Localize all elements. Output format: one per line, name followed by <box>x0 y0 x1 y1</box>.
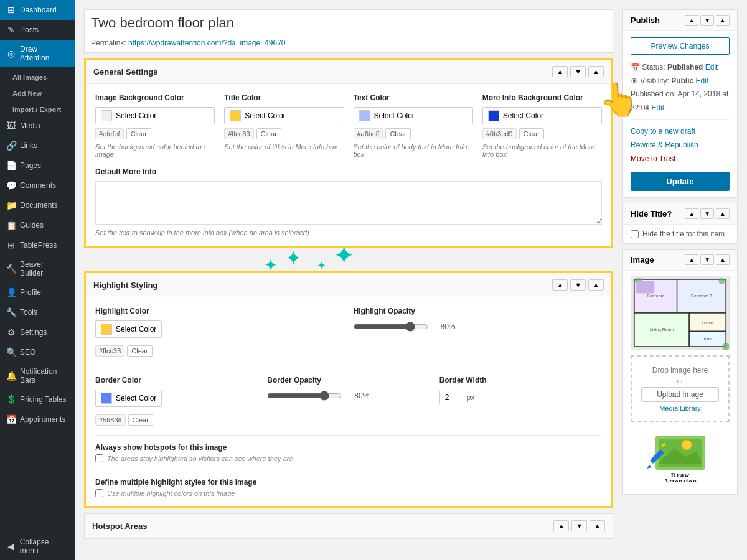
sidebar-item-dashboard[interactable]: ⊞ Dashboard <box>0 0 75 20</box>
copy-to-draft-link[interactable]: Copy to a new draft <box>631 125 730 139</box>
default-more-info-label: Default More Info <box>95 167 602 176</box>
hotspot-collapse-down[interactable]: ▼ <box>571 520 587 531</box>
more-info-bg-color-hex: #0b3ed9 <box>482 128 517 139</box>
highlight-color-clear[interactable]: Clear <box>127 345 152 357</box>
hotspot-collapse-up[interactable]: ▲ <box>553 520 569 531</box>
general-settings-collapse-down[interactable]: ▼ <box>570 66 586 77</box>
sidebar-item-guides[interactable]: 📋 Guides <box>0 215 75 235</box>
hide-title-expand[interactable]: ▲ <box>716 208 730 219</box>
publish-collapse-up[interactable]: ▲ <box>685 15 698 26</box>
sidebar-item-posts[interactable]: ✎ Posts <box>0 20 75 40</box>
preview-changes-button[interactable]: Preview Changes <box>631 37 730 55</box>
publish-status-edit[interactable]: Edit <box>705 63 718 72</box>
define-multiple-label: Define multiple highlight styles for thi… <box>95 478 602 487</box>
more-info-bg-color-select[interactable]: Select Color <box>482 107 602 124</box>
hide-title-checkbox[interactable] <box>631 230 639 238</box>
title-color-clear[interactable]: Clear <box>256 128 281 139</box>
hide-title-down[interactable]: ▼ <box>700 208 714 219</box>
image-bg-color-swatch <box>101 110 112 121</box>
publish-collapse-down[interactable]: ▼ <box>700 15 714 26</box>
more-info-bg-color-description: Set the background color of the More Inf… <box>482 143 602 158</box>
highlight-opacity-slider[interactable] <box>354 322 428 332</box>
text-color-clear[interactable]: Clear <box>385 128 410 139</box>
highlight-styling-panel: Highlight Styling ▲ ▼ ▲ Highlight Color <box>84 271 613 508</box>
sidebar-item-documents[interactable]: 📁 Documents <box>0 195 75 215</box>
publish-visibility-edit[interactable]: Edit <box>696 77 709 85</box>
border-width-input[interactable] <box>439 391 464 404</box>
sidebar-item-pages[interactable]: 📄 Pages <box>0 156 75 175</box>
highlight-expand[interactable]: ▲ <box>588 279 604 291</box>
sidebar-item-all-images[interactable]: All Images <box>0 67 75 83</box>
svg-text:Bedroom: Bedroom <box>647 294 664 299</box>
page-title-input[interactable] <box>85 10 613 36</box>
general-settings-collapse-up[interactable]: ▲ <box>552 66 568 77</box>
sidebar-item-draw-attention[interactable]: ◎ Draw Attention <box>0 40 75 67</box>
image-bg-color-field: Image Background Color Select Color #efe… <box>95 93 215 158</box>
highlight-collapse-up[interactable]: ▲ <box>552 279 568 291</box>
drop-zone[interactable]: Drop image here or Upload Image Media Li… <box>631 355 730 422</box>
highlight-collapse-down[interactable]: ▼ <box>570 279 586 291</box>
image-panel-down[interactable]: ▼ <box>700 254 714 265</box>
permalink-link[interactable]: https://wpdrawattention.com/?da_image=49… <box>128 39 286 47</box>
image-panel-expand[interactable]: ▲ <box>716 254 730 265</box>
border-color-select[interactable]: Select Color <box>95 390 162 407</box>
general-settings-expand[interactable]: ▲ <box>588 66 604 77</box>
always-show-hotspots-checkbox[interactable] <box>95 454 103 462</box>
sidebar-item-tablepress[interactable]: ⊞ TablePress <box>0 235 75 255</box>
hotspot-expand[interactable]: ▲ <box>590 520 605 531</box>
highlight-opacity-section: Highlight Opacity —80% <box>354 307 603 357</box>
highlight-color-select[interactable]: Select Color <box>95 320 162 338</box>
sidebar-item-seo[interactable]: 🔍 SEO <box>0 342 75 362</box>
sidebar-item-beaver-builder[interactable]: 🔨 Beaver Builder <box>0 255 75 282</box>
media-library-link[interactable]: Media Library <box>641 404 719 412</box>
sidebar-item-tools[interactable]: 🔧 Tools <box>0 302 75 322</box>
upload-image-button[interactable]: Upload Image <box>641 387 719 402</box>
publish-date-edit[interactable]: Edit <box>651 103 664 112</box>
text-color-select[interactable]: Select Color <box>354 107 473 124</box>
sidebar-item-settings[interactable]: ⚙ Settings <box>0 322 75 342</box>
text-color-hex: #a6bcff <box>354 128 383 139</box>
sidebar-item-comments[interactable]: 💬 Comments <box>0 175 75 195</box>
sidebar-item-appointments[interactable]: 📅 Appointments <box>0 409 75 429</box>
image-bg-color-select[interactable]: Select Color <box>95 107 215 124</box>
hide-title-checkbox-row: Hide the title for this item <box>623 225 737 243</box>
media-icon: 🖼 <box>6 121 16 131</box>
define-multiple-checkbox[interactable] <box>95 489 103 497</box>
update-button[interactable]: Update <box>631 172 730 191</box>
sparkle-4: ✦ <box>317 259 326 273</box>
sidebar-item-media[interactable]: 🖼 Media <box>0 116 75 136</box>
sidebar-item-pricing-tables[interactable]: 💲 Pricing Tables <box>0 390 75 409</box>
title-color-hex: #ffcc33 <box>224 128 253 139</box>
svg-point-13 <box>718 278 725 284</box>
border-width-section: Border Width px <box>439 376 602 426</box>
image-bg-color-clear[interactable]: Clear <box>126 128 151 139</box>
hotspot-areas-controls: ▲ ▼ ▲ <box>553 520 605 531</box>
default-more-info-textarea[interactable] <box>95 181 602 225</box>
svg-text:Living Room: Living Room <box>650 328 674 333</box>
collapse-icon: ◀ <box>6 541 16 551</box>
sidebar-item-links[interactable]: 🔗 Links <box>0 136 75 156</box>
image-bg-color-value-row: #efefef Clear <box>95 128 215 139</box>
hide-title-up[interactable]: ▲ <box>685 208 698 219</box>
sidebar-item-add-new[interactable]: Add New <box>0 83 75 100</box>
move-to-trash-link[interactable]: Move to Trash <box>631 152 730 166</box>
sidebar-item-collapse-menu[interactable]: ◀ Collapse menu <box>0 533 75 560</box>
sidebar-item-profile[interactable]: 👤 Profile <box>0 282 75 302</box>
more-info-bg-color-clear[interactable]: Clear <box>519 128 544 139</box>
border-opacity-slider[interactable] <box>267 391 342 401</box>
rewrite-republish-link[interactable]: Rewrite & Republish <box>631 139 730 152</box>
border-color-clear[interactable]: Clear <box>128 414 153 426</box>
seo-icon: 🔍 <box>6 347 16 357</box>
title-color-select[interactable]: Select Color <box>224 107 344 124</box>
sidebar-item-notification-bars[interactable]: 🔔 Notification Bars <box>0 362 75 390</box>
publish-expand[interactable]: ▲ <box>716 15 730 26</box>
more-info-bg-color-label: More Info Background Color <box>482 93 602 102</box>
more-info-bg-color-swatch <box>488 110 499 121</box>
sidebar-item-import-export[interactable]: Import / Export <box>0 100 75 116</box>
text-color-value-row: #a6bcff Clear <box>354 128 473 139</box>
title-color-label: Title Color <box>224 93 344 102</box>
image-panel-up[interactable]: ▲ <box>685 254 698 265</box>
border-color-hex: #5983ff <box>95 414 126 426</box>
hide-title-controls: ▲ ▼ ▲ <box>685 208 730 219</box>
border-opacity-value: —80% <box>347 391 369 400</box>
